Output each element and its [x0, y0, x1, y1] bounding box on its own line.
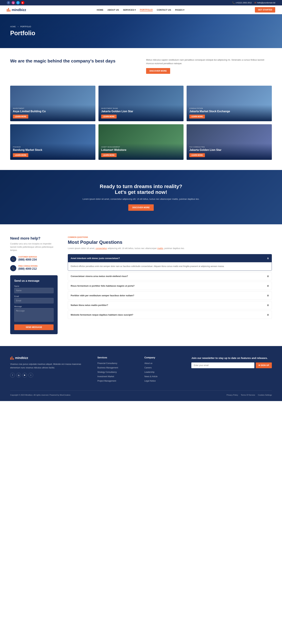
footer-service-link-3[interactable]: Strategy Consultancy [97, 371, 117, 373]
cta-discover-btn[interactable]: DISCOVER MORE [128, 204, 154, 211]
privacy-policy-link[interactable]: Privacy Policy [227, 394, 238, 396]
faq-item-6: Molestie fermentum neque dapibus habitan… [68, 311, 272, 319]
footer-company-link-4[interactable]: News & Article [144, 375, 157, 378]
nav-links: HOME ABOUT US SERVICES ▾ PORTFOLIO CONTA… [97, 8, 184, 11]
footer-company-link-5[interactable]: Legal Notice [144, 380, 156, 382]
footer-service-link-2[interactable]: Business Management [97, 366, 118, 369]
cookies-link[interactable]: Cookies Settings [258, 394, 272, 396]
card-overlay-1: INVESTMENT Asya Limited Building Co LEAR… [10, 105, 95, 121]
learn-more-btn-5[interactable]: LEARN MORE [101, 153, 117, 157]
magic-left: We are the magic behind the company's be… [10, 58, 136, 64]
name-field-group: Name [14, 285, 54, 293]
footer-service-link-5[interactable]: Project Management [97, 380, 116, 382]
portfolio-card-2[interactable]: INVESTMENT BANK Jakarta Golden Lion Star… [99, 86, 184, 121]
cta-body: Lorem ipsum dolor sit amet, consectetur … [10, 198, 272, 200]
breadcrumb-home[interactable]: HOME [10, 26, 16, 28]
message-input[interactable] [14, 308, 54, 322]
send-message-button[interactable]: SEND MESSAGE [14, 324, 54, 330]
top-email: ✉ hello@yourdomain.tld [254, 1, 275, 4]
name-input[interactable] [14, 288, 54, 293]
footer-company-link-2[interactable]: Careers [144, 366, 152, 369]
nav-home[interactable]: HOME [97, 9, 103, 11]
faq-question-text-5: Nullam litora netus mattis porttitor? [71, 304, 108, 306]
footer-service-link-4[interactable]: Investment Market [97, 375, 114, 378]
portfolio-card-1[interactable]: INVESTMENT Asya Limited Building Co LEAR… [10, 86, 95, 121]
learn-more-btn-3[interactable]: LEARN MORE [189, 114, 205, 118]
faq-question-1[interactable]: Amet interdum velit donec justo consecte… [68, 254, 272, 262]
nav-pages[interactable]: PAGES ▾ [175, 9, 184, 11]
logo[interactable]: mindbizz [7, 8, 26, 12]
card-title-6: Jakarta Golden Lion Star [189, 148, 269, 152]
nav-portfolio[interactable]: PORTFOLIO [140, 8, 153, 11]
faq-item-2: Consectetuer viverra urna metus morbi el… [68, 272, 272, 280]
nav-contact[interactable]: CONTACT US [157, 9, 171, 11]
footer-instagram-icon[interactable]: ig [16, 373, 21, 378]
faq-question-4[interactable]: Porttitor nibh per vestibulum semper fau… [68, 292, 272, 300]
faq-item-5: Nullam litora netus mattis porttitor? ∨ [68, 301, 272, 309]
email-input[interactable] [14, 298, 54, 304]
card-category-3: CONSULTATION [189, 108, 269, 109]
portfolio-card-5[interactable]: ASSET MANAGEMENT Lokamart Webstore LEARN… [99, 124, 184, 160]
footer-facebook-icon[interactable]: f [10, 373, 15, 378]
breadcrumb: HOME → PORTFOLIO [10, 26, 272, 28]
magic-section: We are the magic behind the company's be… [0, 48, 282, 84]
faq-question-5[interactable]: Nullam litora netus mattis porttitor? ∨ [68, 301, 272, 309]
faq-question-3[interactable]: Risus fermentum si porttitor felis habit… [68, 282, 272, 290]
signup-button[interactable]: ✉ SIGN UP [256, 362, 272, 368]
footer-youtube-icon[interactable]: ▶ [22, 373, 27, 378]
footer-company-2: Careers [144, 366, 185, 369]
cta-content: Ready to turn dreams into reality?Let's … [10, 184, 272, 211]
footer-twitter-icon[interactable]: t [29, 373, 33, 378]
cta-section: Ready to turn dreams into reality?Let's … [0, 170, 282, 224]
learn-more-btn-1[interactable]: LEARN MORE [13, 114, 28, 118]
nav-about[interactable]: ABOUT US [107, 9, 119, 11]
learn-more-btn-6[interactable]: LEARN MORE [189, 153, 205, 157]
nav-services[interactable]: SERVICES ▾ [123, 9, 136, 11]
hero-content: HOME → PORTFOLIO Portfolio [10, 26, 272, 37]
card-title-2: Jakarta Golden Lion Star [101, 110, 181, 113]
footer-service-link-1[interactable]: Financial Consultancy [97, 362, 117, 364]
card-title-1: Asya Limited Building Co [13, 110, 93, 113]
footer-logo-text: mindbizz [15, 356, 28, 360]
footer-company-1: About us [144, 362, 185, 365]
faq-heading: Most Popular Questions [68, 240, 272, 245]
footer-logo: mindbizz [10, 356, 91, 360]
faq-item-1: Amet interdum velit donec justo consecte… [68, 254, 272, 270]
footer-company-4: News & Article [144, 375, 185, 378]
footer-company-link-1[interactable]: About us [144, 362, 152, 364]
footer-services-list: Financial Consultancy Business Managemen… [97, 362, 138, 382]
faq-intro-link2[interactable]: mattis [157, 247, 163, 250]
portfolio-card-4[interactable]: FINANCE Bandung Market Stock LEARN MORE [10, 124, 95, 160]
newsletter-input[interactable] [191, 362, 254, 368]
footer-services-heading: Services [97, 356, 138, 359]
chevron-down-icon-3: ∨ [267, 274, 269, 278]
learn-more-btn-2[interactable]: LEARN MORE [101, 114, 117, 118]
hero-title: Portfolio [10, 30, 272, 37]
faq-intro-link[interactable]: consectetur [96, 247, 107, 250]
footer-company-link-3[interactable]: Leadership [144, 371, 154, 373]
faq-question-6[interactable]: Molestie fermentum neque dapibus habitan… [68, 311, 272, 319]
free-consultation-item: 📞 FREE CONSULTATIONS (888) 4000 212 [10, 265, 58, 271]
get-started-button[interactable]: GET STARTED [255, 7, 275, 12]
footer-copyright: Copyright © 2023 Mindbizz. All rights re… [10, 394, 71, 396]
learn-more-btn-4[interactable]: LEARN MORE [13, 153, 28, 157]
faq-question-2[interactable]: Consectetuer viverra urna metus morbi el… [68, 272, 272, 280]
portfolio-card-6[interactable]: TAX CONSULTING Jakarta Golden Lion Star … [187, 124, 272, 160]
card-overlay-5: ASSET MANAGEMENT Lokamart Webstore LEARN… [99, 144, 184, 160]
twitter-icon[interactable]: t [16, 1, 20, 4]
facebook-icon[interactable]: f [7, 1, 10, 4]
footer-bottom: Copyright © 2023 Mindbizz. All rights re… [10, 390, 272, 396]
card-overlay-3: CONSULTATION Jakarta Market Stock Exchan… [187, 105, 272, 121]
message-box: Send us a message Name Email Message SEN… [10, 275, 58, 334]
faq-question-text-1: Amet interdum velit donec justo consecte… [71, 257, 120, 260]
email-label: Email [14, 295, 54, 297]
instagram-icon[interactable]: ig [12, 1, 15, 4]
portfolio-card-3[interactable]: CONSULTATION Jakarta Market Stock Exchan… [187, 86, 272, 121]
footer-company-col: Company About us Careers Leadership News… [144, 356, 185, 384]
footer-desc: Vivamus cras purus vulputate maximus ali… [10, 362, 91, 370]
youtube-icon[interactable]: ▶ [21, 1, 25, 4]
message-label: Message [14, 306, 54, 308]
discover-more-button[interactable]: DISCOVER MORE [146, 68, 170, 74]
terms-link[interactable]: Terms Of Service [241, 394, 255, 396]
free-consultation-label: FREE CONSULTATIONS [18, 265, 38, 267]
